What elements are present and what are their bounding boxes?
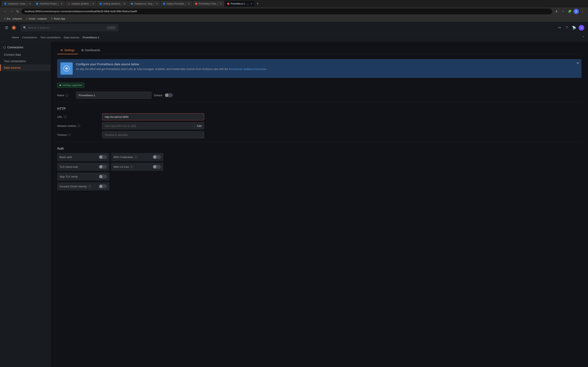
help-button[interactable]: ?: [563, 25, 570, 31]
tab-3[interactable]: 🔺 onepane.ai/sitem... ✕: [65, 1, 96, 7]
address-input[interactable]: [21, 8, 552, 14]
tab-7-close[interactable]: ✕: [220, 3, 222, 5]
bookmark-gmail[interactable]: G Gmail - onepane: [24, 17, 48, 21]
top-nav: ☰ 🔍 Search or jump to... cmd+k + ▾ ? 📡: [0, 22, 588, 33]
timeout-input[interactable]: [102, 131, 204, 138]
search-icon: 🔍: [23, 26, 26, 29]
name-info-icon[interactable]: i: [66, 94, 68, 97]
tab-7[interactable]: 🔴 Prometheus Time... ✕: [192, 1, 224, 7]
tab-settings[interactable]: ⚙ Settings: [57, 47, 78, 54]
sidebar: ⬡ Connections Connect data Your connecti…: [0, 42, 51, 367]
tls-client-auth-label: TLS Client Auth: [60, 165, 78, 168]
allowed-cookies-info-icon[interactable]: i: [77, 124, 80, 127]
divider-2: [57, 142, 581, 142]
new-tab-button[interactable]: +: [255, 1, 260, 6]
tab-8[interactable]: 🔴 Prometheus-1 - ... ✕: [225, 1, 255, 7]
allowed-cookies-add-button[interactable]: Add: [194, 123, 204, 129]
forward-oauth-toggle[interactable]: [99, 184, 107, 188]
breadcrumb-your-connections[interactable]: Your connections: [40, 36, 61, 39]
basic-auth-toggle[interactable]: [99, 155, 107, 159]
tab-1-close[interactable]: ✕: [29, 3, 31, 5]
forward-button[interactable]: →: [9, 9, 14, 14]
star-icon[interactable]: ☆: [560, 8, 566, 14]
tab-2-close[interactable]: ✕: [61, 3, 62, 5]
reload-button[interactable]: ↻: [16, 9, 20, 14]
tab-4[interactable]: 🔵 Getting started w... ✕: [97, 1, 128, 7]
breadcrumb-sep-1: ›: [20, 36, 21, 39]
breadcrumb-home[interactable]: Home: [12, 36, 19, 39]
with-credentials-info-icon[interactable]: i: [134, 156, 137, 158]
tab-8-close[interactable]: ✕: [251, 3, 252, 5]
timeout-label: Timeout i: [57, 133, 102, 136]
tab-5[interactable]: 🔷 Onepane.ai - Dep... ✕: [128, 1, 160, 7]
info-banner-desc: Or skip the effort and get Prometheus (a…: [76, 67, 578, 71]
allowed-cookies-input[interactable]: [102, 124, 194, 127]
with-ca-cert-info-icon[interactable]: i: [130, 165, 133, 168]
info-banner-close-button[interactable]: ✕: [576, 61, 579, 65]
user-menu-button[interactable]: U: [578, 25, 585, 31]
browser-actions: ⬇ ☆ 🧩 S ⋮: [554, 8, 586, 14]
back-button[interactable]: ←: [2, 9, 7, 14]
bookmark-jira[interactable]: J Jira - onepane: [2, 17, 24, 21]
name-input[interactable]: [76, 92, 151, 99]
url-info-icon[interactable]: i: [64, 115, 67, 118]
content-area: ⚙ Settings ⊞ Dashboards Configure yo: [51, 42, 588, 367]
with-ca-cert-toggle-knob: [153, 165, 156, 168]
chevron-down-icon: ▾: [560, 26, 561, 29]
grafana-logo: [11, 25, 17, 31]
tab-1[interactable]: 🔵 onepaneai / onep... ✕: [2, 1, 33, 7]
dashboards-icon: ⊞: [81, 49, 84, 52]
with-credentials-toggle[interactable]: [153, 155, 161, 159]
prometheus-icon: [61, 62, 73, 75]
skip-tls-verify-toggle-knob: [99, 175, 103, 178]
search-bar[interactable]: 🔍 Search or jump to... cmd+k: [20, 24, 118, 31]
plus-menu-button[interactable]: + ▾: [556, 25, 563, 31]
search-shortcut: cmd+k: [107, 26, 116, 29]
extensions-icon[interactable]: 🧩: [567, 8, 572, 14]
auth-grid: Basic auth With Credentials i: [57, 153, 163, 191]
sidebar-item-connect-data[interactable]: Connect data: [0, 51, 51, 58]
cloud-plan-link[interactable]: free-forever Grafana Cloud plan: [229, 67, 267, 71]
prometheus-svg: [63, 65, 70, 72]
breadcrumb-data-sources[interactable]: Data sources: [64, 36, 79, 39]
bookmark-react[interactable]: ⚛ React App: [49, 17, 67, 21]
grafana-logo-svg: [11, 25, 17, 31]
url-label: URL i: [57, 115, 102, 118]
timeout-info-icon[interactable]: i: [68, 133, 71, 136]
tls-client-auth-toggle[interactable]: [99, 165, 107, 169]
tab-6[interactable]: 🔵 Deploy Promethe... ✕: [160, 1, 192, 7]
tab-3-close[interactable]: ✕: [93, 3, 94, 5]
timeout-row: Timeout i: [57, 131, 581, 138]
breadcrumb-collapse-button[interactable]: ⌃: [582, 35, 585, 39]
forward-oauth-label: Forward OAuth Identity i: [60, 185, 91, 188]
search-placeholder: Search or jump to...: [28, 26, 51, 29]
svg-point-4: [66, 67, 68, 69]
tab-6-close[interactable]: ✕: [188, 3, 190, 5]
sidebar-item-data-sources[interactable]: Data sources: [0, 64, 51, 71]
forward-oauth-info-icon[interactable]: i: [88, 185, 91, 188]
tab-5-close[interactable]: ✕: [156, 3, 158, 5]
with-credentials-label: With Credentials i: [113, 156, 137, 159]
auth-section-title: Auth: [57, 147, 581, 150]
allowed-cookies-row: Allowed cookies i Add: [57, 122, 581, 129]
question-icon: ?: [566, 26, 568, 30]
auth-grid-spacer: [111, 173, 163, 181]
tls-client-auth-row: TLS Client Auth: [57, 163, 109, 171]
default-label: Default: [154, 94, 162, 97]
profile-icon[interactable]: S: [573, 8, 579, 14]
url-input[interactable]: [102, 113, 204, 120]
default-toggle[interactable]: [165, 93, 173, 97]
with-ca-cert-toggle[interactable]: [153, 165, 161, 169]
menu-icon[interactable]: ⋮: [580, 8, 586, 14]
tab-4-close[interactable]: ✕: [124, 3, 125, 5]
skip-tls-verify-toggle[interactable]: [99, 175, 107, 179]
news-button[interactable]: 📡: [571, 25, 577, 31]
breadcrumb-connections[interactable]: Connections: [22, 36, 37, 39]
tab-dashboards[interactable]: ⊞ Dashboards: [78, 47, 104, 54]
download-icon[interactable]: ⬇: [554, 8, 559, 14]
address-bar-row: ← → ↻ ⬇ ☆ 🧩 S ⋮: [0, 7, 588, 16]
basic-auth-row: Basic auth: [57, 153, 109, 161]
hamburger-menu[interactable]: ☰: [3, 25, 10, 31]
sidebar-item-your-connections[interactable]: Your connections: [0, 58, 51, 64]
tab-2[interactable]: 🔷 OnePane Produc... ✕: [34, 1, 65, 7]
